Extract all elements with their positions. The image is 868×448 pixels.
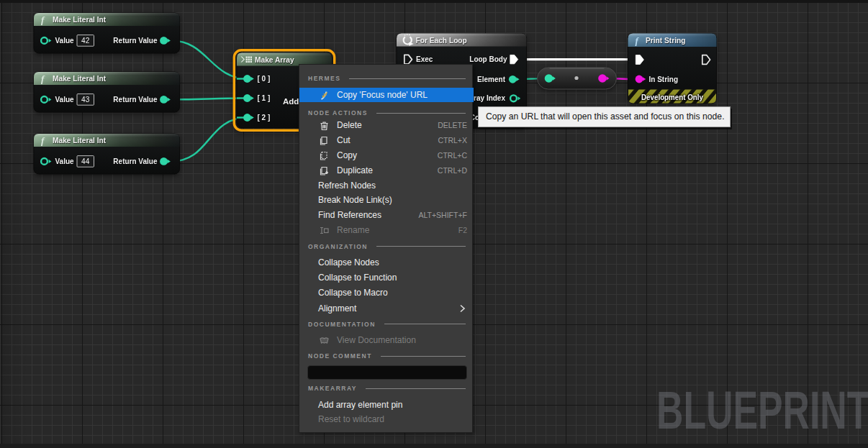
svg-text:In String: In String — [649, 76, 679, 83]
svg-text:[ 2 ]: [ 2 ] — [258, 114, 271, 122]
svg-text:Return Value: Return Value — [113, 37, 158, 45]
svg-text:Make Literal Int: Make Literal Int — [53, 16, 107, 24]
svg-text:Element: Element — [477, 76, 506, 83]
svg-text:Make Literal Int: Make Literal Int — [53, 137, 107, 145]
svg-text:42: 42 — [81, 37, 90, 45]
svg-text:[ 1 ]: [ 1 ] — [258, 94, 271, 102]
svg-text:Make Literal Int: Make Literal Int — [53, 75, 107, 83]
svg-text:Loop Body: Loop Body — [469, 55, 507, 63]
svg-text:Exec: Exec — [416, 55, 433, 63]
svg-text:Print String: Print String — [646, 37, 685, 45]
svg-text:Value: Value — [55, 96, 75, 104]
svg-text:44: 44 — [81, 157, 90, 165]
svg-text:Value: Value — [55, 37, 75, 45]
svg-text:Value: Value — [55, 157, 75, 165]
svg-text:43: 43 — [81, 96, 90, 104]
svg-text:[ 0 ]: [ 0 ] — [258, 75, 271, 83]
svg-text:Return Value: Return Value — [113, 157, 158, 165]
svg-text:Return Value: Return Value — [113, 96, 158, 104]
svg-text:Make Array: Make Array — [255, 56, 294, 64]
svg-text:For Each Loop: For Each Loop — [416, 37, 467, 45]
svg-text:Development Only: Development Only — [641, 93, 704, 101]
